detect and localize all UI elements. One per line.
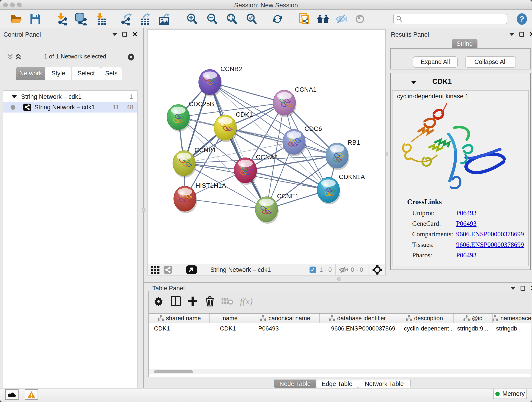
crosslink-uniprot-link[interactable]: P06493 <box>456 209 476 217</box>
help-button[interactable]: ? <box>516 13 528 25</box>
clone-network-icon[interactable] <box>298 12 311 26</box>
export-table-icon[interactable] <box>139 12 152 26</box>
tab-style[interactable]: Style <box>45 67 71 80</box>
delete-table-icon[interactable] <box>220 294 234 308</box>
tab-edge-table[interactable]: Edge Table <box>316 380 358 389</box>
panel-close-icon[interactable]: ✕ <box>530 286 532 291</box>
network-node-CCNA2[interactable] <box>234 158 258 185</box>
import-network-file-icon[interactable] <box>55 12 68 26</box>
network-node-RB1[interactable] <box>326 143 349 170</box>
scrollbar-thumb[interactable] <box>154 370 193 373</box>
results-tab-string[interactable]: String <box>452 39 477 49</box>
hidden-eye-slash-icon[interactable] <box>339 266 348 274</box>
warnings-button[interactable] <box>25 389 38 400</box>
memory-button[interactable]: Memory <box>493 389 527 399</box>
selected-nodes-checkbox[interactable]: ✓ <box>310 267 316 273</box>
network-node-HIST1H1A[interactable] <box>174 186 197 213</box>
collapse-all-networks-icon[interactable] <box>6 53 14 60</box>
add-column-icon[interactable] <box>186 294 200 308</box>
delete-column-icon[interactable] <box>203 294 217 308</box>
cell-namespace[interactable]: stringdb <box>493 323 531 334</box>
ribbon-segment <box>403 144 411 159</box>
network-node-CCNB2[interactable] <box>199 70 222 96</box>
crosslink-genecard-link[interactable]: P06493 <box>456 220 476 227</box>
bottom-splitter-handle[interactable] <box>337 277 341 281</box>
cell-name[interactable]: CDK1 <box>210 323 251 334</box>
crosslink-pharos-link[interactable]: P06493 <box>456 251 476 259</box>
column-header[interactable]: namespace <box>493 313 531 323</box>
column-header[interactable]: name <box>210 313 251 323</box>
zoom-fit-icon[interactable] <box>225 12 239 26</box>
toolbar-separator <box>114 12 114 26</box>
import-table-file-icon[interactable] <box>94 12 108 26</box>
network-node-CDK1[interactable] <box>214 115 237 142</box>
column-header[interactable]: database identifier <box>320 313 395 323</box>
cell-canonical-name[interactable]: P06493 <box>251 323 320 334</box>
cell-description[interactable]: cyclin-dependent ... <box>395 323 454 334</box>
panel-float-icon[interactable] <box>122 32 127 37</box>
export-network-icon[interactable] <box>120 12 134 26</box>
tab-select[interactable]: Select <box>71 67 101 80</box>
detach-view-icon[interactable] <box>186 265 197 274</box>
cell-database-identifier[interactable]: 9606.ENSP00000378699 <box>320 323 395 334</box>
apply-layout-icon[interactable] <box>271 12 284 26</box>
network-view-icon[interactable] <box>164 266 172 274</box>
cell-id[interactable]: stringdb:9... <box>454 323 493 334</box>
network-collection-row[interactable]: String Network – cdk1 1 <box>3 91 137 102</box>
panel-menu-icon[interactable] <box>112 33 117 36</box>
column-header[interactable]: description <box>395 313 454 323</box>
network-node-CDC25B[interactable] <box>167 104 190 132</box>
panel-menu-icon[interactable] <box>510 287 515 290</box>
gene-collapse-caret[interactable] <box>411 81 417 84</box>
import-network-database-icon[interactable] <box>74 12 87 26</box>
collapse-all-button[interactable]: Collapse All <box>465 56 516 68</box>
network-node-CCNA1[interactable] <box>273 90 297 117</box>
hide-selected-icon[interactable] <box>335 12 348 26</box>
table-horizontal-scrollbar[interactable] <box>149 369 531 374</box>
column-header[interactable]: canonical name <box>251 313 320 323</box>
export-image-icon[interactable] <box>158 12 171 26</box>
left-splitter-handle[interactable] <box>142 208 146 212</box>
status-bar: Memory <box>0 388 532 402</box>
save-session-icon[interactable] <box>29 12 42 26</box>
column-header[interactable]: @id <box>454 313 493 323</box>
zoom-in-icon[interactable] <box>185 12 199 26</box>
collection-expand-caret[interactable] <box>12 95 17 98</box>
network-node-CDKN1A[interactable] <box>317 177 341 204</box>
network-row-selected[interactable]: String Network – cdk1 11 48 <box>3 102 137 113</box>
zoom-selected-icon[interactable] <box>245 12 258 26</box>
network-view-canvas[interactable]: CCNB2CCNA1CDC25BCDK1CDC6RB1CCNB1CCNA2CDK… <box>147 29 386 264</box>
gene-details: cyclin-dependent kinase 1 CrossLinks Uni… <box>392 90 529 266</box>
tab-sets[interactable]: Sets <box>101 67 122 80</box>
group-nodes-icon[interactable] <box>317 12 330 26</box>
expand-all-button[interactable]: Expand All <box>413 56 458 68</box>
grid-view-icon[interactable] <box>151 266 159 274</box>
cell-shared-name[interactable]: CDK1 <box>149 323 210 334</box>
panel-close-icon[interactable]: ✕ <box>529 32 532 37</box>
function-builder-icon[interactable]: f(x) <box>236 294 257 308</box>
cloud-status-button[interactable] <box>5 389 19 400</box>
network-options-gear-icon[interactable] <box>127 52 135 61</box>
table-settings-gear-icon[interactable] <box>152 294 165 308</box>
ribbon-segment <box>463 145 472 153</box>
zoom-out-icon[interactable] <box>206 12 219 26</box>
network-node-CCNE1[interactable] <box>255 197 279 224</box>
panel-float-icon[interactable] <box>519 32 524 37</box>
panel-menu-icon[interactable] <box>509 33 514 36</box>
column-header[interactable]: shared name <box>149 313 210 323</box>
panel-close-icon[interactable]: ✕ <box>132 32 138 37</box>
expand-all-networks-icon[interactable] <box>15 53 22 60</box>
table-row[interactable]: CDK1 CDK1 P06493 9606.ENSP00000378699 cy… <box>149 323 531 334</box>
search-input[interactable] <box>403 16 501 23</box>
show-columns-icon[interactable] <box>169 294 183 308</box>
tab-network[interactable]: Network <box>16 67 45 80</box>
show-all-icon[interactable] <box>354 12 367 26</box>
tab-network-table[interactable]: Network Table <box>358 380 411 389</box>
network-node-CDC6[interactable] <box>283 129 306 156</box>
birdseye-navigator-icon[interactable] <box>373 265 382 274</box>
crosslink-compartments-link[interactable]: 9606.ENSP00000378699 <box>456 230 524 238</box>
panel-float-icon[interactable] <box>520 286 525 291</box>
tab-node-table[interactable]: Node Table <box>274 380 316 389</box>
crosslink-tissues-link[interactable]: 9606.ENSP00000378699 <box>456 241 524 249</box>
open-session-icon[interactable] <box>9 12 23 26</box>
